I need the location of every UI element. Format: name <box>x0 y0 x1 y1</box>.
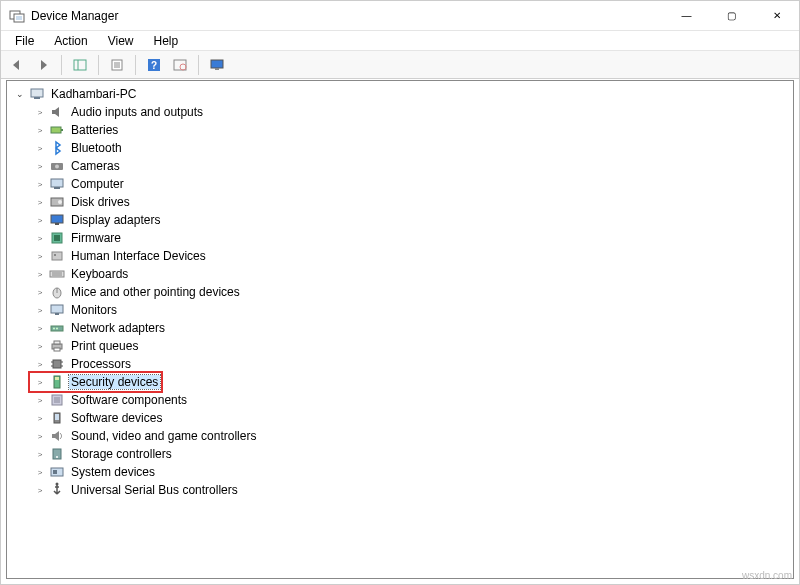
tree-category-node[interactable]: >Disk drives <box>31 193 793 211</box>
tree-category-node[interactable]: >Bluetooth <box>31 139 793 157</box>
tree-category-node[interactable]: >Keyboards <box>31 265 793 283</box>
tree-category-node[interactable]: >Universal Serial Bus controllers <box>31 481 793 499</box>
svg-rect-36 <box>51 305 63 313</box>
software-device-icon <box>49 410 65 426</box>
tree-category-node[interactable]: >Firmware <box>31 229 793 247</box>
toolbar-scan-button[interactable] <box>168 54 192 76</box>
device-tree-panel[interactable]: ⌄ Kadhambari-PC >Audio inputs and output… <box>6 80 794 579</box>
minimize-button[interactable]: — <box>664 1 709 30</box>
app-icon <box>9 8 25 24</box>
svg-rect-22 <box>54 187 60 189</box>
expand-collapse-icon[interactable]: > <box>33 429 47 443</box>
tree-category-node[interactable]: >Batteries <box>31 121 793 139</box>
tree-category-node[interactable]: >Display adapters <box>31 211 793 229</box>
expand-collapse-icon[interactable]: > <box>33 465 47 479</box>
tree-category-node[interactable]: >Software components <box>31 391 793 409</box>
tree-category-label: Mice and other pointing devices <box>69 285 242 299</box>
tree-root-node[interactable]: ⌄ Kadhambari-PC <box>11 85 793 103</box>
software-component-icon <box>49 392 65 408</box>
tree-category-label: Cameras <box>69 159 122 173</box>
tree-category-node[interactable]: >Processors <box>31 355 793 373</box>
toolbar-forward-button[interactable] <box>31 54 55 76</box>
tree-category-label: Network adapters <box>69 321 167 335</box>
tree-category-node[interactable]: >Security devices <box>31 373 793 391</box>
close-button[interactable]: ✕ <box>754 1 799 30</box>
svg-rect-50 <box>55 377 59 380</box>
computer-icon <box>49 176 65 192</box>
network-icon <box>49 320 65 336</box>
title-bar: Device Manager — ▢ ✕ <box>1 1 799 31</box>
sound-icon <box>49 428 65 444</box>
tree-category-node[interactable]: >Computer <box>31 175 793 193</box>
tree-category-node[interactable]: >Network adapters <box>31 319 793 337</box>
toolbar-separator <box>98 55 99 75</box>
expand-collapse-icon[interactable]: > <box>33 249 47 263</box>
toolbar-separator <box>135 55 136 75</box>
expand-collapse-icon[interactable]: > <box>33 321 47 335</box>
svg-rect-18 <box>61 129 63 131</box>
expand-collapse-icon[interactable]: ⌄ <box>13 87 27 101</box>
showhide-icon <box>72 58 88 72</box>
maximize-button[interactable]: ▢ <box>709 1 754 30</box>
svg-rect-54 <box>55 414 59 420</box>
expand-collapse-icon[interactable]: > <box>33 393 47 407</box>
security-icon <box>49 374 65 390</box>
expand-collapse-icon[interactable]: > <box>33 285 47 299</box>
expand-collapse-icon[interactable]: > <box>33 213 47 227</box>
expand-collapse-icon[interactable]: > <box>33 123 47 137</box>
tree-category-node[interactable]: >Cameras <box>31 157 793 175</box>
expand-collapse-icon[interactable]: > <box>33 411 47 425</box>
expand-collapse-icon[interactable]: > <box>33 357 47 371</box>
tree-category-node[interactable]: >Monitors <box>31 301 793 319</box>
svg-rect-13 <box>211 60 223 68</box>
toolbar-back-button[interactable] <box>5 54 29 76</box>
expand-collapse-icon[interactable]: > <box>33 267 47 281</box>
tree-category-node[interactable]: >Mice and other pointing devices <box>31 283 793 301</box>
system-icon <box>49 464 65 480</box>
tree-root-label: Kadhambari-PC <box>49 87 138 101</box>
tree-category-node[interactable]: >Software devices <box>31 409 793 427</box>
svg-point-24 <box>58 200 62 204</box>
expand-collapse-icon[interactable]: > <box>33 141 47 155</box>
svg-point-12 <box>180 64 186 70</box>
toolbar-monitor-button[interactable] <box>205 54 229 76</box>
tree-category-node[interactable]: >Audio inputs and outputs <box>31 103 793 121</box>
tree-category-node[interactable]: >Sound, video and game controllers <box>31 427 793 445</box>
toolbar-help-button[interactable]: ? <box>142 54 166 76</box>
tree-category-label: Batteries <box>69 123 120 137</box>
close-icon: ✕ <box>773 10 781 21</box>
expand-collapse-icon[interactable]: > <box>33 231 47 245</box>
expand-collapse-icon[interactable]: > <box>33 483 47 497</box>
menu-file[interactable]: File <box>7 32 42 50</box>
svg-rect-28 <box>54 235 60 241</box>
expand-collapse-icon[interactable]: > <box>33 177 47 191</box>
tree-category-node[interactable]: >System devices <box>31 463 793 481</box>
toolbar-showhide-button[interactable] <box>68 54 92 76</box>
tree-category-label: Universal Serial Bus controllers <box>69 483 240 497</box>
svg-rect-44 <box>53 360 61 368</box>
expand-collapse-icon[interactable]: > <box>33 339 47 353</box>
computer-root-icon <box>29 86 45 102</box>
expand-collapse-icon[interactable]: > <box>33 303 47 317</box>
storage-icon <box>49 446 65 462</box>
menu-help[interactable]: Help <box>146 32 187 50</box>
expand-collapse-icon[interactable]: > <box>33 105 47 119</box>
camera-icon <box>49 158 65 174</box>
svg-point-40 <box>56 328 58 330</box>
expand-collapse-icon[interactable]: > <box>33 195 47 209</box>
svg-point-39 <box>53 328 55 330</box>
tree-category-node[interactable]: >Storage controllers <box>31 445 793 463</box>
menu-action[interactable]: Action <box>46 32 95 50</box>
tree-category-node[interactable]: >Print queues <box>31 337 793 355</box>
menu-view[interactable]: View <box>100 32 142 50</box>
svg-rect-42 <box>54 341 60 344</box>
toolbar-properties-button[interactable] <box>105 54 129 76</box>
expand-collapse-icon[interactable]: > <box>33 447 47 461</box>
tree-category-node[interactable]: >Human Interface Devices <box>31 247 793 265</box>
minimize-icon: — <box>682 10 692 21</box>
watermark: wsxdn.com <box>742 570 792 581</box>
expand-collapse-icon[interactable]: > <box>33 159 47 173</box>
tree-category-label: Print queues <box>69 339 140 353</box>
expand-collapse-icon[interactable]: > <box>33 375 47 389</box>
window-controls: — ▢ ✕ <box>664 1 799 30</box>
